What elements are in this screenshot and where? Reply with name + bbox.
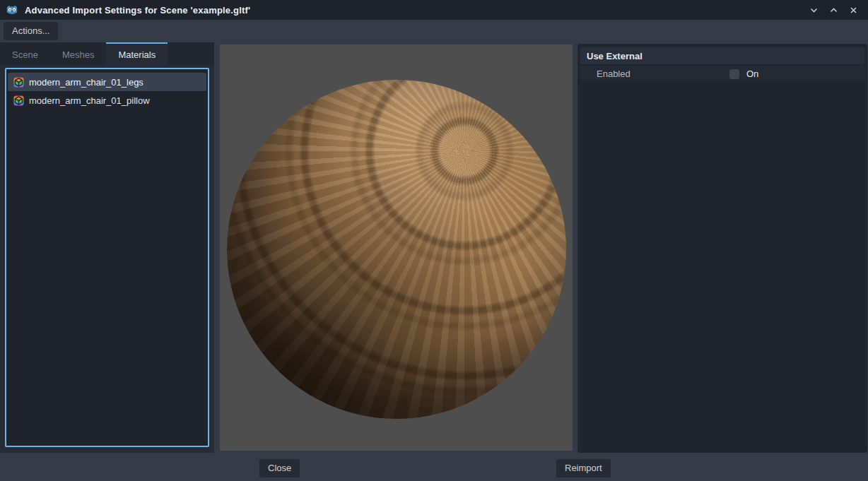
tab-scene[interactable]: Scene (0, 42, 50, 65)
maximize-icon[interactable] (827, 4, 840, 16)
section-use-external: Use External (580, 47, 864, 64)
close-icon[interactable] (847, 4, 860, 16)
godot-icon (6, 4, 18, 16)
window-title: Advanced Import Settings for Scene 'exam… (25, 5, 250, 16)
actions-bar: Actions... (0, 20, 868, 42)
close-button[interactable]: Close (259, 459, 300, 477)
list-item-material-legs[interactable]: modern_arm_chair_01_legs (8, 73, 206, 91)
material-preview-viewport (220, 44, 573, 451)
material-icon (13, 95, 24, 106)
titlebar: Advanced Import Settings for Scene 'exam… (0, 0, 868, 20)
reimport-button[interactable]: Reimport (556, 459, 611, 477)
checkbox-label: On (746, 69, 758, 79)
footer-bar: Close Reimport (0, 455, 868, 481)
left-column: Scene Meshes Materials modern_arm_chair_… (0, 42, 214, 453)
material-icon (13, 77, 24, 88)
actions-button[interactable]: Actions... (4, 22, 58, 40)
materials-panel: modern_arm_chair_01_legs modern_arm_chai… (0, 65, 214, 453)
materials-list: modern_arm_chair_01_legs modern_arm_chai… (5, 68, 209, 447)
tab-bar-filler (168, 42, 214, 65)
material-name: modern_arm_chair_01_legs (29, 77, 143, 88)
enabled-checkbox[interactable] (729, 69, 739, 79)
minimize-icon[interactable] (807, 4, 820, 16)
tab-meshes[interactable]: Meshes (50, 42, 107, 65)
list-item-material-pillow[interactable]: modern_arm_chair_01_pillow (8, 91, 206, 109)
preview-sphere (227, 80, 566, 419)
tab-materials[interactable]: Materials (106, 42, 168, 65)
enabled-label: Enabled (580, 69, 722, 79)
inspector-panel: Use External Enabled On (577, 44, 867, 453)
tab-bar: Scene Meshes Materials (0, 42, 214, 65)
material-name: modern_arm_chair_01_pillow (29, 95, 150, 106)
property-row-enabled: Enabled On (580, 66, 864, 82)
window-controls (807, 4, 862, 16)
enabled-value: On (722, 69, 864, 79)
